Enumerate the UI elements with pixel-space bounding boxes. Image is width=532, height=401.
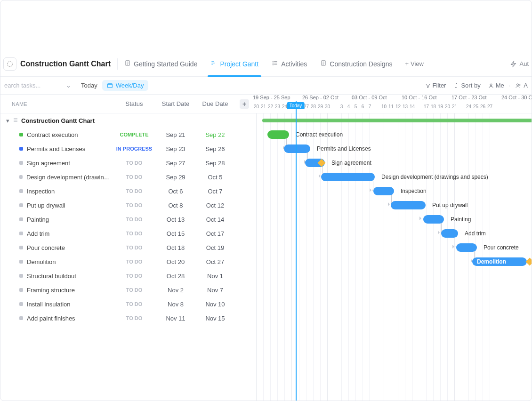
gantt-bar[interactable]: Add trim <box>441 229 458 238</box>
filter-button[interactable]: Filter <box>421 82 450 89</box>
task-due-date[interactable]: Oct 5 <box>194 174 236 181</box>
gantt-bar[interactable]: Put up drywall <box>391 201 426 209</box>
task-start-date[interactable]: Oct 13 <box>157 216 194 223</box>
task-due-date[interactable]: Nov 7 <box>194 287 236 294</box>
task-due-date[interactable]: Oct 17 <box>194 230 236 237</box>
task-start-date[interactable]: Oct 8 <box>157 202 194 209</box>
group-title[interactable]: Construction Gantt Chart <box>21 117 95 124</box>
task-start-date[interactable]: Oct 18 <box>157 244 194 251</box>
task-name[interactable]: Framing structure <box>27 287 75 294</box>
task-status[interactable]: TO DO <box>112 202 157 208</box>
task-due-date[interactable]: Oct 7 <box>194 188 236 195</box>
gantt-bar[interactable]: Pour concrete <box>456 243 477 252</box>
task-name[interactable]: Add trim <box>27 230 49 237</box>
day-label: 5 <box>352 104 359 109</box>
task-status[interactable]: TO DO <box>112 273 157 279</box>
task-status[interactable]: TO DO <box>112 231 157 236</box>
gantt-bar[interactable]: Demolition <box>472 257 527 266</box>
task-start-date[interactable]: Sep 21 <box>157 131 194 138</box>
status-bullet <box>19 274 23 278</box>
tab-construction-designs[interactable]: Construction Designs <box>314 51 399 77</box>
task-status[interactable]: TO DO <box>112 287 157 293</box>
task-status[interactable]: TO DO <box>112 174 157 180</box>
task-due-date[interactable]: Sep 26 <box>194 145 236 152</box>
task-name[interactable]: Painting <box>27 216 49 223</box>
task-due-date[interactable]: Nov 1 <box>194 273 236 280</box>
task-status[interactable]: IN PROGRESS <box>112 146 157 152</box>
task-start-date[interactable]: Oct 15 <box>157 230 194 237</box>
search-input[interactable]: earch tasks... ⌄ <box>0 82 76 89</box>
gantt-bar-label: Pour concrete <box>484 244 519 251</box>
task-due-date[interactable]: Nov 15 <box>194 315 236 322</box>
task-due-date[interactable]: Sep 22 <box>194 131 236 138</box>
task-name[interactable]: Permits and Licenses <box>27 145 85 152</box>
task-status[interactable]: COMPLETE <box>112 132 157 137</box>
svg-point-0 <box>8 61 13 66</box>
task-status[interactable]: TO DO <box>112 245 157 250</box>
gantt-bar[interactable]: Painting <box>423 215 444 224</box>
column-header-due[interactable]: Due Date <box>194 100 236 107</box>
task-name[interactable]: Pour concrete <box>27 244 65 251</box>
zoom-week-day-button[interactable]: Week/Day <box>102 80 149 91</box>
me-button[interactable]: Me <box>484 82 508 89</box>
status-bullet <box>19 302 23 306</box>
task-name[interactable]: Inspection <box>27 188 55 195</box>
today-button[interactable]: Today <box>76 82 102 89</box>
task-due-date[interactable]: Oct 14 <box>194 216 236 223</box>
gantt-bar[interactable]: Permits and Licenses <box>284 144 310 153</box>
column-header-name[interactable]: NAME <box>0 101 112 107</box>
day-label: 13 <box>402 104 409 109</box>
task-name[interactable]: Contract execution <box>27 131 78 138</box>
gantt-bar[interactable]: Contract execution <box>267 130 289 139</box>
task-start-date[interactable]: Nov 11 <box>157 315 194 322</box>
svg-point-4 <box>273 64 273 65</box>
calendar-icon <box>107 82 113 88</box>
task-start-date[interactable]: Oct 28 <box>157 273 194 280</box>
column-header-status[interactable]: Status <box>112 100 157 107</box>
milestone-marker[interactable] <box>526 258 532 266</box>
task-start-date[interactable]: Sep 23 <box>157 145 194 152</box>
gantt-bar[interactable]: Inspection <box>373 187 394 195</box>
automation-button[interactable]: Aut <box>508 60 532 67</box>
gantt-bar-label: Sign agreement <box>331 160 371 166</box>
task-start-date[interactable]: Oct 20 <box>157 258 194 265</box>
add-column-button[interactable]: + <box>240 99 249 109</box>
task-start-date[interactable]: Nov 2 <box>157 287 194 294</box>
tab-activities[interactable]: Activities <box>265 51 314 77</box>
task-status[interactable]: TO DO <box>112 188 157 194</box>
group-toggle[interactable]: ▾ <box>4 117 11 124</box>
status-bullet <box>19 288 23 292</box>
tab-project-gantt[interactable]: Project Gantt <box>204 51 265 77</box>
task-name[interactable]: Add paint finishes <box>27 315 75 322</box>
task-start-date[interactable]: Sep 29 <box>157 174 194 181</box>
task-name[interactable]: Structural buildout <box>27 273 76 280</box>
task-start-date[interactable]: Oct 6 <box>157 188 194 195</box>
assignees-button[interactable]: A <box>511 82 532 89</box>
task-status[interactable]: TO DO <box>112 301 157 307</box>
chevron-down-icon: ⌄ <box>66 82 71 89</box>
task-status[interactable]: TO DO <box>112 217 157 222</box>
task-start-date[interactable]: Sep 27 <box>157 160 194 167</box>
task-name[interactable]: Sign agreement <box>27 160 70 167</box>
add-view-button[interactable]: + View <box>399 60 429 67</box>
task-start-date[interactable]: Nov 8 <box>157 301 194 308</box>
day-label: 28 <box>310 104 317 109</box>
task-status[interactable]: TO DO <box>112 315 157 321</box>
task-due-date[interactable]: Oct 27 <box>194 258 236 265</box>
task-due-date[interactable]: Sep 28 <box>194 160 236 167</box>
sort-button[interactable]: Sort by <box>450 82 484 89</box>
gantt-bar[interactable]: Design development (drawings and specs) <box>321 173 375 181</box>
task-name[interactable]: Design development (drawings an... <box>26 174 112 181</box>
task-name[interactable]: Put up drywall <box>27 202 65 209</box>
column-header-start[interactable]: Start Date <box>157 100 194 107</box>
task-due-date[interactable]: Oct 19 <box>194 244 236 251</box>
task-due-date[interactable]: Oct 12 <box>194 202 236 209</box>
task-name[interactable]: Demolition <box>27 258 56 265</box>
tab-getting-started-guide[interactable]: Getting Started Guide <box>118 51 204 77</box>
plus-icon: + <box>405 60 409 67</box>
task-status[interactable]: TO DO <box>112 160 157 166</box>
summary-bar[interactable] <box>262 119 532 122</box>
task-due-date[interactable]: Nov 10 <box>194 301 236 308</box>
task-status[interactable]: TO DO <box>112 259 157 265</box>
task-name[interactable]: Install insulation <box>27 301 71 308</box>
